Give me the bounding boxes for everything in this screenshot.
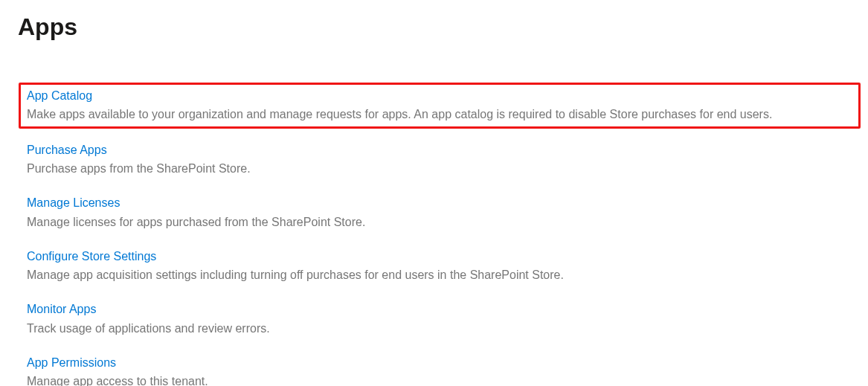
description-app-catalog: Make apps available to your organization… <box>27 106 852 123</box>
setting-item-configure-store-settings: Configure Store Settings Manage app acqu… <box>27 248 850 284</box>
description-configure-store-settings: Manage app acquisition settings includin… <box>27 266 850 283</box>
setting-item-app-permissions: App Permissions Manage app access to thi… <box>27 355 850 386</box>
apps-settings-list: App Catalog Make apps available to your … <box>18 83 850 386</box>
description-purchase-apps: Purchase apps from the SharePoint Store. <box>27 160 850 177</box>
description-monitor-apps: Track usage of applications and review e… <box>27 320 850 337</box>
setting-item-manage-licenses: Manage Licenses Manage licenses for apps… <box>27 195 850 231</box>
setting-item-purchase-apps: Purchase Apps Purchase apps from the Sha… <box>27 142 850 178</box>
link-monitor-apps[interactable]: Monitor Apps <box>27 301 96 318</box>
link-manage-licenses[interactable]: Manage Licenses <box>27 195 120 211</box>
link-app-catalog[interactable]: App Catalog <box>27 88 92 104</box>
setting-item-app-catalog: App Catalog Make apps available to your … <box>19 83 861 129</box>
description-app-permissions: Manage app access to this tenant. <box>27 373 850 386</box>
link-app-permissions[interactable]: App Permissions <box>27 355 116 371</box>
setting-item-monitor-apps: Monitor Apps Track usage of applications… <box>27 301 850 337</box>
link-purchase-apps[interactable]: Purchase Apps <box>27 142 107 158</box>
page-title: Apps <box>18 13 850 41</box>
link-configure-store-settings[interactable]: Configure Store Settings <box>27 248 156 265</box>
description-manage-licenses: Manage licenses for apps purchased from … <box>27 213 850 231</box>
